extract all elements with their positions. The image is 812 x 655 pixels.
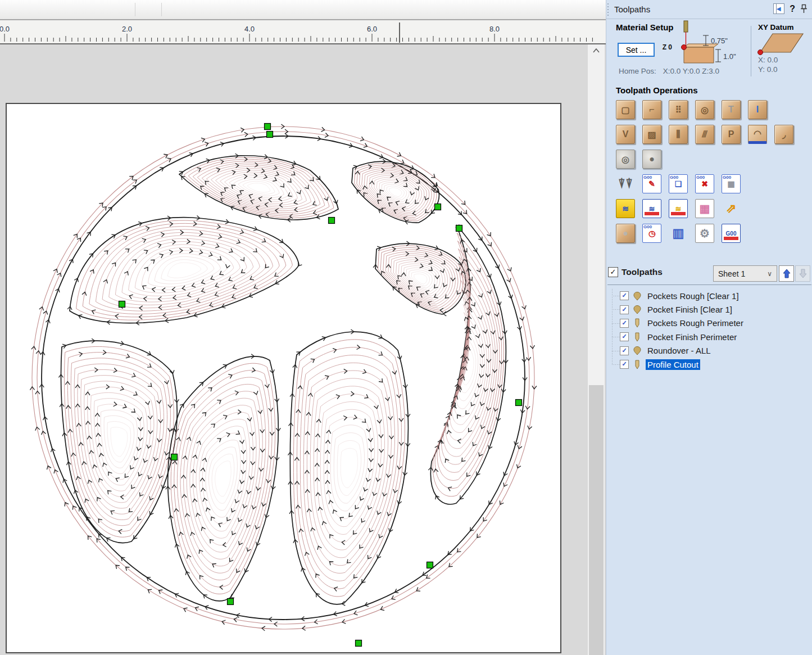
toolpath-item[interactable]: ✓Pocket Finish Perimeter: [606, 330, 812, 344]
toolpath-start-node[interactable]: [427, 562, 433, 568]
toolpath-preview-drawing[interactable]: [7, 104, 560, 652]
toolpaths-visibility-checkbox[interactable]: ✓: [608, 267, 618, 277]
toolpath-start-node[interactable]: [456, 225, 462, 232]
texture-text-toolpath-icon: T: [728, 105, 734, 115]
edit-gcode-icon: ✎: [648, 179, 655, 188]
inlay-toolpath-icon: I: [756, 105, 759, 115]
xy-datum-title: XY Datum: [758, 23, 794, 31]
save-toolpath-button[interactable]: ≋: [642, 199, 661, 218]
toolpath-start-node[interactable]: [435, 204, 441, 210]
quick-engrave-toolpath-button[interactable]: ◎: [695, 100, 714, 119]
rough-3d-toolpath-button[interactable]: ◎: [616, 150, 635, 169]
pocket-offset-path: [337, 440, 361, 495]
move-toolpath-up-button[interactable]: [779, 265, 794, 282]
estimate-machining-time-icon: ◷: [648, 229, 655, 238]
prism-carve-toolpath-button[interactable]: P: [722, 125, 741, 144]
drilling-toolpath-button[interactable]: ⠿: [669, 100, 688, 119]
toolpath-visibility-checkbox[interactable]: ✓: [620, 360, 629, 369]
pocket-offset-path: [314, 386, 384, 550]
pocket-toolpath-button[interactable]: ⌐: [642, 100, 661, 119]
toolpath-visibility-checkbox[interactable]: ✓: [620, 319, 629, 328]
toolpath-start-node[interactable]: [516, 400, 522, 406]
delete-gcode-button[interactable]: G00✖: [695, 174, 714, 193]
toolpath-visibility-checkbox[interactable]: ✓: [620, 346, 629, 355]
pocket-offset-path: [142, 251, 227, 290]
horizontal-ruler: 0.02.04.06.08.0: [0, 20, 606, 44]
toolpath-template-button[interactable]: ▦: [695, 199, 714, 218]
toolpath-start-node[interactable]: [228, 599, 234, 605]
toolpath-item[interactable]: ✓Pockets Rough Perimeter: [606, 317, 812, 330]
material-set-button[interactable]: Set ...: [618, 43, 655, 57]
fluting-toolpath-icon: ⫼: [676, 129, 680, 139]
pocket-offset-path: [385, 252, 455, 306]
preview-toolpath-button[interactable]: ●: [616, 224, 635, 243]
toolpath-visibility-checkbox[interactable]: ✓: [620, 305, 629, 314]
pocket-offset-path: [215, 461, 232, 496]
toolpath-start-node[interactable]: [171, 454, 178, 460]
profile-toolpath-button[interactable]: ▢: [616, 100, 635, 119]
load-toolpath-button[interactable]: ≋: [616, 199, 635, 218]
tree-connector: [612, 309, 620, 310]
finish-3d-toolpath-button[interactable]: ●: [642, 150, 661, 169]
auto-hide-panel-icon[interactable]: ◄: [773, 3, 784, 14]
toolpath-item-label[interactable]: Roundover - ALL: [646, 345, 713, 356]
texture-text-toolpath-button[interactable]: T: [722, 100, 741, 119]
toolpath-start-node[interactable]: [329, 218, 335, 224]
pocket-offset-path: [212, 454, 234, 503]
scroll-up-button[interactable]: [588, 44, 605, 57]
pin-icon[interactable]: [800, 4, 808, 14]
tool-database-button[interactable]: ⍒⍒: [616, 174, 635, 193]
toolpath-start-node[interactable]: [356, 640, 362, 647]
save-visible-toolpath-button[interactable]: ≋: [669, 199, 688, 218]
pocket-offset-path: [409, 270, 433, 288]
save-gcode-button[interactable]: G00: [722, 224, 741, 243]
toolpath-item-label[interactable]: Pockets Rough Perimeter: [646, 318, 745, 328]
toolpath-start-node[interactable]: [119, 301, 125, 308]
toolpath-visibility-checkbox[interactable]: ✓: [620, 332, 629, 341]
toolpath-item[interactable]: ✓Pockets Rough [Clear 1]: [606, 289, 812, 302]
vertical-scrollbar[interactable]: [588, 44, 605, 655]
toolpath-item-label[interactable]: Pockets Rough [Clear 1]: [646, 291, 741, 301]
design-canvas[interactable]: [6, 103, 561, 653]
toolpath-drawing-icon: ▥: [673, 226, 684, 241]
pocket-offset-path: [330, 425, 368, 511]
toolpath-drawing-button[interactable]: ▥: [669, 224, 688, 243]
vcarve-toolpath-button[interactable]: V: [616, 125, 635, 144]
moulding-toolpath-button[interactable]: ◠: [748, 125, 767, 144]
toolpath-item[interactable]: ✓Roundover - ALL: [606, 344, 812, 358]
merge-toolpaths-button[interactable]: ⇗: [722, 199, 741, 218]
toolpath-visibility-checkbox[interactable]: ✓: [620, 291, 629, 300]
list-separator: [607, 284, 811, 285]
delete-gcode-icon: ✖: [701, 179, 708, 188]
pocket-offset-path: [247, 183, 270, 193]
tree-connector: [612, 364, 620, 365]
fluting-toolpath-button[interactable]: ⫼: [669, 125, 688, 144]
sheet-selector[interactable]: Sheet 1 ∨: [713, 265, 777, 282]
rounding-toolpath-button[interactable]: ◞: [774, 125, 793, 144]
panel-grip[interactable]: [607, 3, 609, 16]
toolpath-item[interactable]: ✓Profile Cutout: [606, 358, 812, 371]
help-icon[interactable]: ?: [790, 4, 795, 14]
toolpath-item-label[interactable]: Profile Cutout: [646, 359, 700, 370]
inlay-toolpath-button[interactable]: I: [748, 100, 767, 119]
toolpath-start-node[interactable]: [267, 132, 273, 138]
scrollbar-thumb[interactable]: [589, 385, 604, 655]
pocket-offset-path: [88, 387, 151, 497]
tree-connector: [612, 296, 620, 296]
move-toolpath-down-button[interactable]: [795, 265, 810, 282]
carve-3d-toolpath-button[interactable]: ▨: [642, 125, 661, 144]
estimate-machining-time-button[interactable]: G00◷: [642, 224, 661, 243]
toolpath-item-label[interactable]: Pocket Finish Perimeter: [646, 332, 738, 342]
texture-toolpath-button[interactable]: ⫻: [695, 125, 714, 144]
toolpath-start-node[interactable]: [265, 124, 271, 130]
toolpath-item[interactable]: ✓Pocket Finish [Clear 1]: [606, 302, 812, 316]
pocket-offset-path: [167, 263, 201, 278]
toolpath-item-label[interactable]: Pocket Finish [Clear 1]: [646, 304, 734, 315]
home-position-value: X:0.0 Y:0.0 Z:3.0: [663, 67, 719, 75]
tree-connector: [612, 337, 620, 337]
edit-gcode-button[interactable]: G00✎: [642, 174, 661, 193]
duplicate-gcode-button[interactable]: G00❏: [669, 174, 688, 193]
gcode-calculator-button[interactable]: G00▦: [722, 174, 741, 193]
pocket-offset-path: [389, 188, 402, 197]
job-sheet-button[interactable]: ⚙: [695, 224, 714, 243]
